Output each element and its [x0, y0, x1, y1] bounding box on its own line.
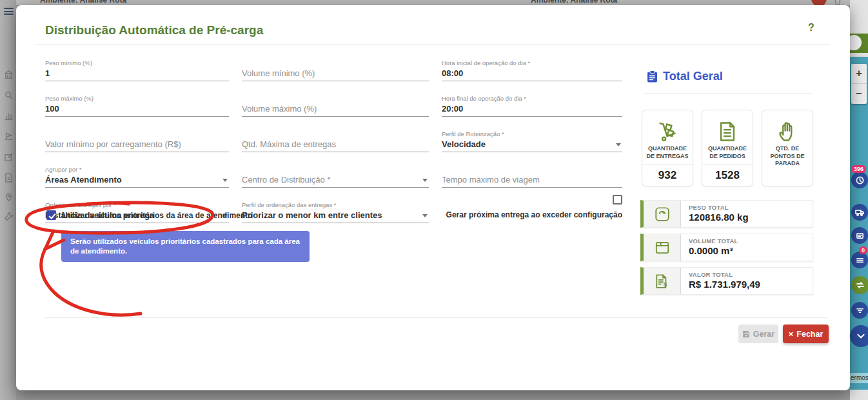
document-icon	[702, 110, 753, 144]
prioritarios-checkbox[interactable]	[46, 210, 56, 220]
map-list-button[interactable]	[851, 252, 868, 268]
agrupar-por-select[interactable]: Agrupar por * Áreas Atendimento	[45, 159, 229, 188]
home-icon[interactable]	[834, 0, 842, 5]
map-truck-button[interactable]	[851, 204, 868, 221]
sidebar-document-icon[interactable]	[4, 173, 14, 183]
map-filter-button[interactable]	[851, 302, 868, 319]
volume-maximo-field[interactable]: Volume máximo (%)	[242, 88, 429, 117]
peso-total-row: PESO TOTAL 120816.80 kg	[640, 200, 813, 228]
field-placeholder[interactable]: Valor mínimo por carregamento (R$)	[45, 139, 229, 152]
sidebar-chart-icon[interactable]	[4, 111, 14, 121]
help-icon[interactable]: ?	[808, 22, 814, 34]
field-label: Peso máximo (%)	[45, 95, 229, 102]
map-clock-button[interactable]	[851, 172, 868, 188]
map-collapse-button[interactable]	[850, 325, 868, 347]
summary-totals: PESO TOTAL 120816.80 kg VOLUME TOTAL 0.0…	[640, 200, 813, 295]
exceder-checkbox-row[interactable]: Gerar próxima entrega ao exceder configu…	[442, 195, 622, 223]
field-value[interactable]: Áreas Atendimento	[45, 174, 229, 188]
sidebar-wrench-icon[interactable]	[4, 212, 14, 221]
zoom-out-button[interactable]: −	[851, 84, 867, 104]
prioritarios-checkbox-row[interactable]: Utilizar veículos prioritários da área d…	[46, 210, 252, 220]
field-placeholder[interactable]: Tempo máximo de viagem	[442, 174, 622, 188]
hand-icon	[762, 110, 813, 144]
total-label: VALOR TOTAL	[689, 271, 760, 278]
handtruck-icon	[642, 110, 693, 144]
chevron-down-icon	[422, 179, 428, 182]
peso-maximo-field[interactable]: Peso máximo (%) 100	[45, 88, 229, 117]
field-label: Ordenar as entregas por *	[45, 201, 229, 208]
sidebar-route-icon[interactable]	[4, 132, 14, 141]
perfil-roteirizacao-select[interactable]: Perfil de Roteirização * Velocidade	[442, 124, 622, 152]
card-label: QUANTIDADE DE PEDIDOS	[702, 144, 753, 165]
field-label: Perfil de Roteirização *	[442, 130, 622, 137]
fechar-button[interactable]: × Fechar	[783, 325, 829, 343]
perfil-ordenacao-select[interactable]: Perfil de ordenação das entregas * Prior…	[242, 195, 429, 223]
total-geral-title: Total Geral	[663, 70, 723, 83]
invoice-dollar-icon: $	[644, 268, 681, 294]
card-value: 1528	[702, 165, 753, 186]
field-label: Hora inicial de operação do dia *	[442, 59, 622, 66]
gerar-button[interactable]: Gerar	[738, 325, 778, 343]
sidebar-pin-icon[interactable]	[4, 192, 14, 202]
chevron-down-icon	[422, 214, 428, 217]
total-value: R$ 1.731.979,49	[689, 279, 760, 290]
total-value: 120816.80 kg	[689, 212, 749, 223]
field-label: Hora final de operação do dia *	[442, 95, 622, 102]
zero-badge: 0	[859, 246, 867, 254]
divider	[45, 317, 827, 318]
card-label: QUANTIDADE DE ENTREGAS	[642, 144, 693, 165]
total-geral-header: Total Geral	[647, 70, 723, 83]
map-transfer-button[interactable]	[851, 276, 868, 294]
volume-minimo-field[interactable]: Volume mínimo (%)	[242, 53, 429, 81]
field-placeholder[interactable]: Qtd. Máxima de entregas	[242, 139, 429, 152]
map-zoom-control[interactable]: + −	[851, 64, 867, 104]
summary-cards: QUANTIDADE DE ENTREGAS 932 QUANTIDADE DE…	[642, 110, 814, 186]
close-icon: ×	[789, 329, 794, 339]
sidebar-edit-icon[interactable]	[4, 152, 14, 162]
card-label: QTD. DE PONTOS DE PARADA	[762, 144, 813, 172]
valor-total-row: $ VALOR TOTAL R$ 1.731.979,49	[640, 267, 813, 295]
total-value: 0.0000 m³	[689, 245, 738, 256]
collapsed-sidebar	[0, 0, 16, 400]
field-value[interactable]: 1	[45, 68, 229, 81]
qtd-maxima-field[interactable]: Qtd. Máxima de entregas	[242, 124, 429, 152]
centro-distribuicao-select[interactable]: Centro de Distribuição *	[242, 159, 429, 188]
clipboard-icon	[647, 70, 658, 83]
avatar[interactable]	[811, 0, 827, 5]
box-icon	[644, 234, 681, 261]
hora-inicial-field[interactable]: Hora inicial de operação do dia * 08:00	[442, 53, 622, 81]
peso-minimo-field[interactable]: Peso mínimo (%) 1	[45, 53, 229, 81]
field-value[interactable]: 08:00	[442, 68, 622, 81]
pontos-parada-card: QTD. DE PONTOS DE PARADA	[762, 110, 813, 186]
field-value[interactable]: Velocidade	[442, 139, 622, 152]
environment-label: Ambiente: Análise Rota	[40, 0, 126, 5]
prioritarios-checkbox-label: Utilizar veículos prioritários da área d…	[62, 211, 252, 220]
chevron-down-icon	[616, 143, 621, 146]
scale-icon	[644, 201, 681, 227]
sidebar-building-icon[interactable]	[4, 70, 14, 79]
entregas-card: QUANTIDADE DE ENTREGAS 932	[642, 110, 693, 186]
sidebar-search-icon[interactable]	[4, 90, 14, 100]
zoom-in-button[interactable]: +	[851, 64, 867, 84]
field-value[interactable]: 100	[45, 103, 229, 117]
field-label: Perfil de ordenação das entregas *	[242, 201, 429, 208]
save-icon	[742, 330, 750, 338]
map-card-button[interactable]	[851, 227, 868, 244]
field-placeholder[interactable]: Centro de Distribuição *	[242, 174, 429, 188]
field-placeholder[interactable]: Volume mínimo (%)	[242, 68, 429, 81]
total-label: VOLUME TOTAL	[689, 237, 738, 245]
field-value[interactable]: 20:00	[442, 103, 622, 117]
valor-minimo-field[interactable]: Valor mínimo por carregamento (R$)	[45, 124, 229, 152]
hora-final-field[interactable]: Hora final de operação do dia * 20:00	[442, 88, 622, 117]
volume-total-row: VOLUME TOTAL 0.0000 m³	[640, 234, 813, 261]
total-label: PESO TOTAL	[689, 204, 749, 211]
field-value[interactable]: Priorizar o menor km entre clientes	[242, 210, 429, 223]
map-terms-link[interactable]: ermos	[850, 373, 868, 383]
divider	[35, 44, 830, 45]
exceder-checkbox[interactable]	[613, 195, 622, 205]
map-canvas[interactable]: + − 396 0 ermos	[850, 57, 868, 390]
menu-icon[interactable]	[4, 8, 14, 15]
card-value: 932	[642, 165, 693, 186]
tempo-maximo-field[interactable]: Tempo máximo de viagem	[442, 159, 622, 188]
field-placeholder[interactable]: Volume máximo (%)	[242, 103, 429, 117]
